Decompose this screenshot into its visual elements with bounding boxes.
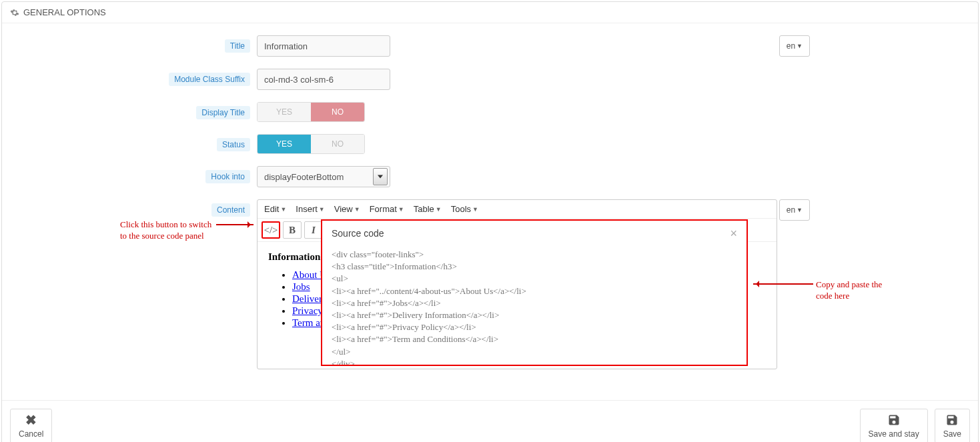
gear-icon — [10, 8, 19, 17]
arrow-icon — [216, 224, 254, 225]
row-display-title: Display Title YES NO — [10, 102, 970, 122]
cancel-button[interactable]: ✖ Cancel — [10, 409, 52, 442]
dialog-title: Source code — [332, 228, 384, 239]
panel-header: GENERAL OPTIONS — [2, 2, 978, 23]
menu-insert[interactable]: Insert ▼ — [296, 204, 324, 214]
bold-button[interactable]: B — [283, 221, 302, 239]
close-icon[interactable]: × — [730, 227, 737, 239]
toggle-no[interactable]: NO — [311, 135, 364, 153]
general-options-panel: GENERAL OPTIONS Title en▼ Module Class S… — [1, 1, 979, 442]
lang-button-title[interactable]: en▼ — [779, 35, 810, 57]
toggle-status[interactable]: YES NO — [257, 134, 365, 154]
toggle-yes[interactable]: YES — [258, 135, 311, 153]
label-hook: Hook into — [205, 170, 250, 183]
menu-table[interactable]: Table ▼ — [414, 204, 442, 214]
source-code-button[interactable]: </> — [262, 221, 280, 239]
suffix-input[interactable] — [257, 69, 390, 90]
row-content: Content Edit ▼ Insert ▼ View ▼ Format ▼ … — [10, 199, 970, 369]
menu-view[interactable]: View ▼ — [334, 204, 360, 214]
toggle-no[interactable]: NO — [311, 103, 364, 121]
title-input[interactable] — [257, 35, 390, 57]
italic-button[interactable]: I — [304, 221, 323, 239]
hook-select[interactable]: displayFooterBottom — [257, 166, 390, 187]
label-display-title: Display Title — [196, 106, 250, 119]
rich-text-editor: Edit ▼ Insert ▼ View ▼ Format ▼ Table ▼ … — [257, 199, 777, 369]
save-and-stay-button[interactable]: Save and stay — [860, 409, 928, 442]
lang-button-content[interactable]: en▼ — [779, 199, 810, 221]
row-suffix: Module Class Suffix — [10, 69, 970, 90]
annotation-right: Copy and paste the code here — [816, 279, 896, 302]
list-item[interactable]: Jobs — [292, 281, 310, 292]
label-suffix: Module Class Suffix — [169, 73, 250, 86]
annotation-left: Click this button to switch to the sourc… — [120, 219, 213, 242]
label-status: Status — [217, 138, 250, 151]
panel-body: Title en▼ Module Class Suffix Display Ti… — [2, 23, 978, 400]
editor-menubar: Edit ▼ Insert ▼ View ▼ Format ▼ Table ▼ … — [258, 200, 777, 219]
source-code-dialog: Source code × <div class="footer-links">… — [321, 219, 748, 366]
row-title: Title en▼ — [10, 35, 970, 57]
row-hook: Hook into displayFooterBottom — [10, 166, 970, 187]
label-title: Title — [225, 39, 250, 53]
toggle-display-title[interactable]: YES NO — [257, 102, 365, 122]
toggle-yes[interactable]: YES — [258, 103, 311, 121]
menu-tools[interactable]: Tools ▼ — [451, 204, 478, 214]
select-dropdown-button[interactable] — [373, 168, 388, 185]
panel-title: GENERAL OPTIONS — [23, 7, 106, 17]
save-icon — [887, 413, 901, 427]
source-code-textarea[interactable]: <div class="footer-links"> <h3 class="ti… — [322, 243, 747, 365]
arrow-icon — [753, 283, 813, 285]
menu-edit[interactable]: Edit ▼ — [264, 204, 286, 214]
label-content: Content — [211, 203, 250, 217]
row-status: Status YES NO — [10, 134, 970, 154]
hook-value: displayFooterBottom — [258, 172, 373, 182]
save-icon — [945, 413, 959, 427]
panel-footer: ✖ Cancel Save and stay Save — [2, 400, 978, 442]
save-button[interactable]: Save — [935, 409, 970, 442]
menu-format[interactable]: Format ▼ — [370, 204, 404, 214]
close-icon: ✖ — [25, 413, 37, 427]
